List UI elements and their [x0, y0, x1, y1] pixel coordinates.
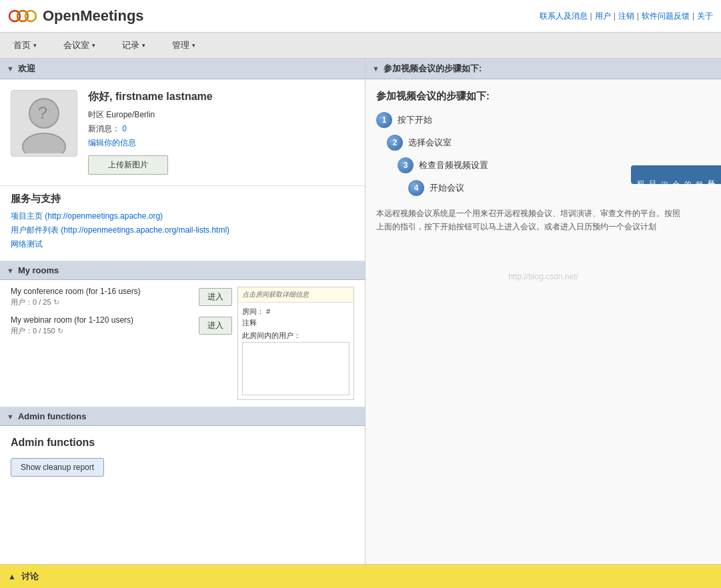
- nav-bar: 首页 ▾ 会议室 ▾ 记录 ▾ 管理 ▾: [0, 33, 721, 59]
- room-1-info: My conference room (for 1-16 users) 用户：0…: [11, 287, 193, 307]
- step-3-label: 检查音频视频设置: [419, 159, 488, 171]
- steps-section-header: ▼ 参加视频会议的步骤如下:: [366, 59, 721, 79]
- step-3-bubble: 3: [398, 157, 414, 173]
- nav-item-records[interactable]: 记录 ▾: [109, 33, 159, 58]
- logo-icon: [8, 5, 37, 27]
- edit-info: 编辑你的信息: [88, 137, 354, 149]
- nav-contacts[interactable]: 联系人及消息: [540, 11, 588, 22]
- room-item-1: My conference room (for 1-16 users) 用户：0…: [11, 287, 232, 307]
- admin-title: Admin functions: [18, 411, 87, 421]
- right-panel: ▼ 参加视频会议的步骤如下: 参加视频会议的步骤如下: 1 按下开始 2 选择会…: [366, 59, 721, 588]
- step-1-label: 按下开始: [398, 114, 432, 126]
- nav-item-rooms[interactable]: 会议室 ▾: [50, 33, 109, 58]
- right-tab[interactable]: 开始我的会议日程: [631, 165, 721, 184]
- welcome-title: 欢迎: [18, 63, 35, 75]
- step-2-bubble: 2: [387, 135, 403, 151]
- step-2: 2 选择会议室: [376, 135, 681, 151]
- room-2-users: 用户：0 / 150 ↻: [11, 326, 193, 336]
- step-2-label: 选择会议室: [408, 137, 452, 149]
- room-users-label: 此房间内的用户：: [242, 331, 349, 341]
- step-1-bubble: 1: [376, 112, 392, 128]
- project-home-link[interactable]: 项目主页 (http://openmeetings.apache.org): [11, 211, 354, 222]
- left-panel: ▼ 欢迎 ? 你好, firstname lastname 时区 Europe/…: [0, 59, 366, 588]
- enter-room-1-button[interactable]: 进入: [199, 288, 232, 306]
- refresh-icon-1[interactable]: ↻: [53, 298, 59, 307]
- room-number-row: 房间： #: [242, 307, 349, 317]
- nav-logout[interactable]: 注销: [618, 11, 634, 22]
- nav-users[interactable]: 用户: [595, 11, 611, 22]
- logo: OpenMeetings: [8, 5, 144, 27]
- rooms-section-header: ▼ My rooms: [0, 261, 365, 280]
- svg-point-5: [23, 133, 65, 153]
- bottom-label: 讨论: [21, 571, 39, 583]
- refresh-icon-2[interactable]: ↻: [57, 327, 63, 335]
- welcome-content: ? 你好, firstname lastname 时区 Europe/Berli…: [0, 79, 365, 186]
- room-note-row: 注释: [242, 318, 349, 328]
- steps-description: 本远程视频会议系统是一个用来召开远程视频会议、培训演讲、审查文件的平台。按照上面…: [376, 207, 681, 234]
- room-detail-content: 房间： # 注释 此房间内的用户：: [238, 303, 353, 399]
- user-info: 你好, firstname lastname 时区 Europe/Berlin …: [88, 90, 354, 175]
- room-detail-hint: 点击房间获取详细信息: [238, 287, 353, 303]
- steps-content: 参加视频会议的步骤如下: 1 按下开始 2 选择会议室 3 检查音: [366, 79, 721, 245]
- show-cleanup-report-button[interactable]: Show cleanup report: [11, 458, 104, 477]
- room-item-2: My webinar room (for 1-120 users) 用户：0 /…: [11, 315, 232, 336]
- steps-section-title: 参加视频会议的步骤如下:: [384, 63, 482, 75]
- rooms-title: My rooms: [18, 265, 59, 275]
- user-messages: 新消息： 0: [88, 123, 354, 135]
- messages-link[interactable]: 0: [122, 124, 127, 133]
- step-4-bubble: 4: [408, 180, 424, 196]
- service-title: 服务与支持: [11, 193, 354, 205]
- bottom-arrow-icon[interactable]: ▲: [8, 572, 16, 581]
- room-1-name: My conference room (for 1-16 users): [11, 287, 193, 296]
- admin-content-title: Admin functions: [11, 437, 354, 449]
- welcome-section-header: ▼ 欢迎: [0, 59, 365, 79]
- room-users-area[interactable]: [242, 342, 349, 395]
- avatar-container: ?: [11, 90, 77, 157]
- admin-section-header: ▼ Admin functions: [0, 407, 365, 426]
- room-2-name: My webinar room (for 1-120 users): [11, 315, 193, 325]
- nav-about[interactable]: 关于: [697, 11, 713, 22]
- edit-info-link[interactable]: 编辑你的信息: [88, 138, 136, 147]
- user-greeting: 你好, firstname lastname: [88, 90, 354, 104]
- network-test-link[interactable]: 网络测试: [11, 239, 354, 250]
- nav-item-admin[interactable]: 管理 ▾: [159, 33, 209, 58]
- nav-item-home[interactable]: 首页 ▾: [0, 33, 50, 58]
- steps-heading: 参加视频会议的步骤如下:: [376, 90, 681, 103]
- mailing-list-link[interactable]: 用户邮件列表 (http://openmeetings.apache.org/m…: [11, 225, 354, 236]
- admin-content: Admin functions Show cleanup report: [0, 426, 365, 487]
- watermark: http://blog.csdn.net/: [508, 272, 578, 281]
- user-timezone: 时区 Europe/Berlin: [88, 109, 354, 121]
- avatar-icon: ?: [17, 93, 71, 153]
- svg-text:?: ?: [38, 103, 47, 123]
- step-4-label: 开始会议: [430, 182, 464, 194]
- room-2-info: My webinar room (for 1-120 users) 用户：0 /…: [11, 315, 193, 336]
- room-1-users: 用户：0 / 25 ↻: [11, 297, 193, 307]
- rooms-list: My conference room (for 1-16 users) 用户：0…: [11, 287, 232, 400]
- header: OpenMeetings 联系人及消息 | 用户 | 注销 | 软件问题反馈 |…: [0, 0, 721, 33]
- nav-feedback[interactable]: 软件问题反馈: [642, 11, 690, 22]
- step-1: 1 按下开始: [376, 112, 681, 128]
- upload-photo-button[interactable]: 上传新图片: [88, 155, 168, 175]
- bottom-bar: ▲ 讨论: [0, 564, 721, 588]
- logo-text: OpenMeetings: [43, 7, 144, 25]
- service-section: 服务与支持 项目主页 (http://openmeetings.apache.o…: [0, 186, 365, 261]
- svg-point-2: [25, 11, 36, 21]
- rooms-content: My conference room (for 1-16 users) 用户：0…: [0, 280, 365, 407]
- main-content: ▼ 欢迎 ? 你好, firstname lastname 时区 Europe/…: [0, 59, 721, 588]
- room-detail-panel: 点击房间获取详细信息 房间： # 注释 此房间内的用户：: [237, 287, 354, 400]
- header-nav: 联系人及消息 | 用户 | 注销 | 软件问题反馈 | 关于: [540, 11, 714, 22]
- enter-room-2-button[interactable]: 进入: [199, 317, 232, 335]
